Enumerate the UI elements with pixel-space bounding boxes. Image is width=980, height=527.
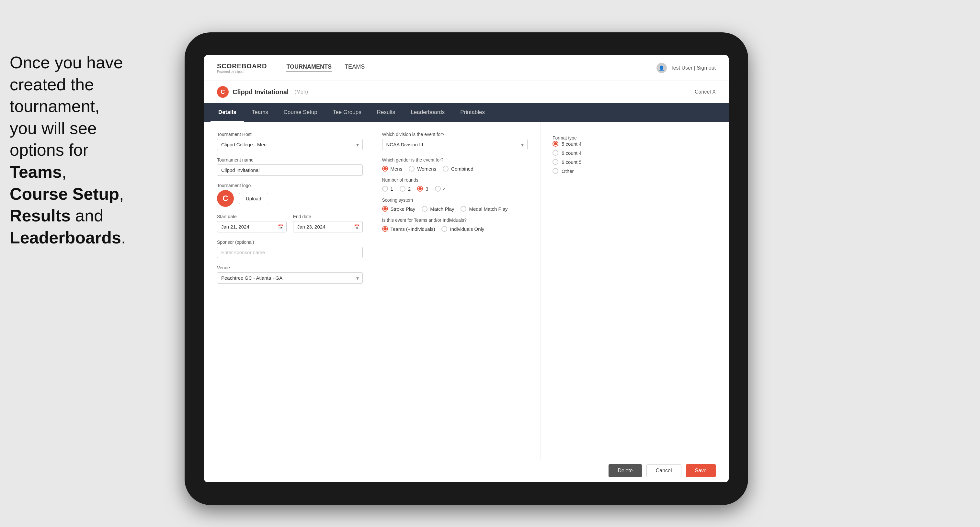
tournament-host-group: Tournament Host Clippd College - Men	[217, 132, 363, 150]
rounds-options: 1 2 3	[382, 186, 528, 192]
event-type-individuals[interactable]: Individuals Only	[441, 226, 484, 232]
venue-select[interactable]: Peachtree GC - Atlanta - GA	[217, 272, 363, 284]
tournament-header: C Clippd Invitational (Men) Cancel X	[204, 81, 729, 103]
scoring-match[interactable]: Match Play	[422, 206, 454, 212]
event-type-teams-radio[interactable]	[382, 226, 388, 232]
scoring-medal-label: Medal Match Play	[469, 206, 508, 212]
form-right-column: Which division is the event for? NCAA Di…	[382, 132, 528, 291]
format-6count4[interactable]: 6 count 4	[552, 150, 717, 156]
tab-results[interactable]: Results	[369, 103, 403, 122]
scoring-options: Stroke Play Match Play Medal Match Play	[382, 206, 528, 212]
nav-teams[interactable]: TEAMS	[345, 63, 365, 72]
instruction-line3: tournament,	[10, 97, 100, 116]
instruction-teams: Teams	[10, 162, 62, 181]
tab-leaderboards[interactable]: Leaderboards	[403, 103, 452, 122]
footer-cancel-button[interactable]: Cancel	[646, 464, 681, 477]
format-other[interactable]: Other	[552, 168, 717, 174]
start-date-group: Start date	[217, 214, 286, 232]
gender-womens[interactable]: Womens	[409, 166, 436, 171]
tablet-screen: SCOREBOARD Powered by clippd TOURNAMENTS…	[204, 55, 729, 483]
format-6count4-radio[interactable]	[552, 150, 558, 156]
format-other-radio[interactable]	[552, 168, 558, 174]
rounds-2-radio[interactable]	[399, 186, 406, 192]
rounds-2-label: 2	[408, 186, 410, 192]
date-row: Start date End date	[217, 214, 363, 240]
gender-label: Which gender is the event for?	[382, 157, 528, 162]
scoring-match-label: Match Play	[430, 206, 454, 212]
tab-teams[interactable]: Teams	[244, 103, 276, 122]
logo-subtitle: Powered by clippd	[217, 70, 267, 73]
rounds-4-radio[interactable]	[435, 186, 441, 192]
rounds-1[interactable]: 1	[382, 186, 393, 192]
scoring-medal[interactable]: Medal Match Play	[461, 206, 508, 212]
tab-tee-groups[interactable]: Tee Groups	[325, 103, 369, 122]
sponsor-input[interactable]	[217, 247, 363, 258]
form-left-column: Tournament Host Clippd College - Men Tou…	[217, 132, 363, 291]
start-date-input[interactable]	[217, 221, 286, 232]
rounds-1-radio[interactable]	[382, 186, 388, 192]
scoring-stroke-label: Stroke Play	[391, 206, 415, 212]
instruction-and: and	[71, 206, 103, 225]
tournament-name-group: Tournament name	[217, 157, 363, 176]
instruction-course-setup: Course Setup	[10, 184, 119, 203]
tab-printables[interactable]: Printables	[452, 103, 493, 122]
rounds-3[interactable]: 3	[417, 186, 428, 192]
end-date-input[interactable]	[293, 221, 363, 232]
rounds-group: Number of rounds 1 2	[382, 178, 528, 192]
upload-button[interactable]: Upload	[239, 193, 268, 204]
logo-area: SCOREBOARD Powered by clippd	[217, 62, 267, 73]
format-other-label: Other	[562, 168, 574, 174]
event-type-teams[interactable]: Teams (+Individuals)	[382, 226, 435, 232]
end-date-group: End date	[293, 214, 363, 232]
format-panel: Format type 5 count 4 6 count 4 6 count …	[541, 122, 729, 459]
division-select-wrapper: NCAA Division III	[382, 139, 528, 150]
gender-combined-label: Combined	[451, 166, 473, 171]
scoring-match-radio[interactable]	[422, 206, 428, 212]
rounds-3-radio[interactable]	[417, 186, 423, 192]
division-label: Which division is the event for?	[382, 132, 528, 137]
format-5count4[interactable]: 5 count 4	[552, 141, 717, 147]
tournament-logo-label: Tournament logo	[217, 183, 363, 188]
logo-upload-area: C Upload	[217, 190, 363, 207]
division-group: Which division is the event for? NCAA Di…	[382, 132, 528, 150]
gender-womens-radio[interactable]	[409, 166, 415, 171]
event-type-group: Is this event for Teams and/or Individua…	[382, 217, 528, 232]
tournament-name-input[interactable]	[217, 164, 363, 176]
event-type-individuals-radio[interactable]	[441, 226, 447, 232]
format-type-label: Format type	[552, 135, 577, 140]
format-6count5-radio[interactable]	[552, 159, 558, 165]
tournament-host-select[interactable]: Clippd College - Men	[217, 139, 363, 150]
format-6count4-label: 6 count 4	[562, 150, 582, 156]
tab-details[interactable]: Details	[210, 103, 244, 122]
rounds-4[interactable]: 4	[435, 186, 446, 192]
gender-mens-label: Mens	[391, 166, 402, 171]
tab-course-setup[interactable]: Course Setup	[276, 103, 325, 122]
nav-tournaments[interactable]: TOURNAMENTS	[286, 63, 332, 72]
format-6count5[interactable]: 6 count 5	[552, 159, 717, 165]
user-sign-out[interactable]: Test User | Sign out	[671, 65, 716, 71]
scoring-medal-radio[interactable]	[461, 206, 466, 212]
tournament-logo-group: Tournament logo C Upload	[217, 183, 363, 207]
instruction-line4: you will see	[10, 119, 97, 138]
rounds-2[interactable]: 2	[399, 186, 410, 192]
gender-mens-radio[interactable]	[382, 166, 388, 171]
logo-preview: C	[217, 190, 234, 207]
division-select[interactable]: NCAA Division III	[382, 139, 528, 150]
gender-combined[interactable]: Combined	[443, 166, 473, 171]
sponsor-group: Sponsor (optional)	[217, 240, 363, 258]
gender-mens[interactable]: Mens	[382, 166, 402, 171]
form-section: Tournament Host Clippd College - Men Tou…	[217, 132, 528, 291]
delete-button[interactable]: Delete	[609, 464, 641, 477]
start-date-wrapper	[217, 221, 286, 232]
gender-combined-radio[interactable]	[443, 166, 449, 171]
scoring-stroke-radio[interactable]	[382, 206, 388, 212]
user-avatar: 👤	[657, 63, 667, 73]
instruction-results: Results	[10, 206, 71, 225]
cancel-x-button[interactable]: Cancel X	[695, 89, 716, 95]
format-5count4-radio[interactable]	[552, 141, 558, 147]
venue-select-wrapper: Peachtree GC - Atlanta - GA	[217, 272, 363, 284]
scoring-stroke[interactable]: Stroke Play	[382, 206, 415, 212]
save-button[interactable]: Save	[686, 464, 716, 477]
end-date-label: End date	[293, 214, 363, 219]
rounds-3-label: 3	[426, 186, 428, 192]
